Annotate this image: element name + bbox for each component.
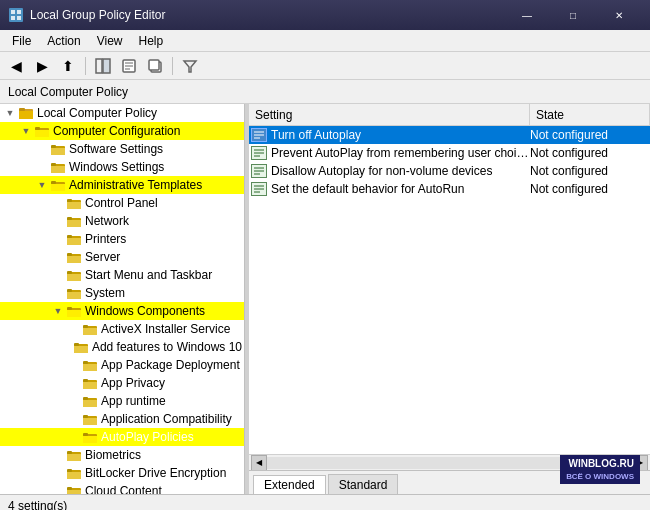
- tree-item-app-package[interactable]: App Package Deployment: [0, 356, 244, 374]
- folder-icon-network: [66, 213, 82, 229]
- tree-item-windows-settings[interactable]: Windows Settings: [0, 158, 244, 176]
- folder-icon-add-features: [73, 339, 89, 355]
- tree-item-system[interactable]: System: [0, 284, 244, 302]
- tree-expand-administrative-templates[interactable]: ▼: [34, 177, 50, 193]
- list-body[interactable]: Turn off AutoplayNot configuredPrevent A…: [249, 126, 650, 454]
- folder-icon-app-runtime: [82, 393, 98, 409]
- svg-rect-57: [83, 364, 97, 371]
- svg-rect-33: [67, 220, 81, 227]
- app-icon: [8, 7, 24, 23]
- column-setting[interactable]: Setting: [249, 104, 530, 125]
- menu-file[interactable]: File: [4, 32, 39, 50]
- tree-item-cloud-content[interactable]: Cloud Content: [0, 482, 244, 494]
- folder-icon-biometrics: [66, 447, 82, 463]
- tree-item-autoplay-policies[interactable]: AutoPlay Policies: [0, 428, 244, 446]
- svg-rect-75: [67, 472, 81, 479]
- list-row-default-autorun[interactable]: Set the default behavior for AutoRunNot …: [249, 180, 650, 198]
- tab-standard[interactable]: Standard: [328, 474, 399, 494]
- folder-icon-local-computer-policy: [18, 105, 34, 121]
- tree-label-computer-configuration: Computer Configuration: [53, 124, 180, 138]
- tree-label-local-computer-policy: Local Computer Policy: [37, 106, 157, 120]
- svg-rect-60: [83, 382, 97, 389]
- svg-rect-79: [67, 487, 72, 490]
- tree-label-start-menu: Start Menu and Taskbar: [85, 268, 212, 282]
- filter-button[interactable]: [178, 55, 202, 77]
- close-button[interactable]: ✕: [596, 0, 642, 30]
- tree-label-system: System: [85, 286, 125, 300]
- tree-item-add-features[interactable]: Add features to Windows 10: [0, 338, 244, 356]
- tree-item-control-panel[interactable]: Control Panel: [0, 194, 244, 212]
- list-header: Setting State: [249, 104, 650, 126]
- minimize-button[interactable]: —: [504, 0, 550, 30]
- tree-expand-computer-configuration[interactable]: ▼: [18, 123, 34, 139]
- statusbar: 4 setting(s): [0, 494, 650, 510]
- menu-view[interactable]: View: [89, 32, 131, 50]
- tree-item-app-compat[interactable]: Application Compatibility: [0, 410, 244, 428]
- svg-rect-76: [67, 469, 72, 472]
- tree-label-printers: Printers: [85, 232, 126, 246]
- tree-item-server[interactable]: Server: [0, 248, 244, 266]
- svg-rect-21: [51, 148, 65, 155]
- list-row-prevent-autoplay[interactable]: Prevent AutoPlay from remembering user c…: [249, 144, 650, 162]
- status-text: 4 setting(s): [8, 499, 67, 511]
- tree-panel[interactable]: ▼Local Computer Policy▼Computer Configur…: [0, 104, 245, 494]
- svg-marker-13: [184, 61, 196, 72]
- hscroll-left-btn[interactable]: ◀: [251, 455, 267, 471]
- tree-item-biometrics[interactable]: Biometrics: [0, 446, 244, 464]
- tree-label-app-runtime: App runtime: [101, 394, 166, 408]
- folder-icon-control-panel: [66, 195, 82, 211]
- folder-icon-autoplay-policies: [82, 429, 98, 445]
- tree-item-local-computer-policy[interactable]: ▼Local Computer Policy: [0, 104, 244, 122]
- tree-item-network[interactable]: Network: [0, 212, 244, 230]
- tree-item-activex[interactable]: ActiveX Installer Service: [0, 320, 244, 338]
- tree-expand-local-computer-policy[interactable]: ▼: [2, 105, 18, 121]
- tree-item-computer-configuration[interactable]: ▼Computer Configuration: [0, 122, 244, 140]
- tree-item-printers[interactable]: Printers: [0, 230, 244, 248]
- list-row-disallow-autoplay[interactable]: Disallow Autoplay for non-volume devices…: [249, 162, 650, 180]
- svg-rect-28: [51, 181, 56, 184]
- svg-rect-31: [67, 199, 72, 202]
- window-title: Local Group Policy Editor: [30, 8, 504, 22]
- tree-item-app-privacy[interactable]: App Privacy: [0, 374, 244, 392]
- setting-icon-disallow-autoplay: [249, 162, 269, 180]
- show-hide-button[interactable]: [91, 55, 115, 77]
- setting-state-prevent-autoplay: Not configured: [530, 146, 650, 160]
- tree-expand-windows-components[interactable]: ▼: [50, 303, 66, 319]
- tree-item-app-runtime[interactable]: App runtime: [0, 392, 244, 410]
- folder-icon-app-privacy: [82, 375, 98, 391]
- svg-rect-39: [67, 256, 81, 263]
- tree-label-software-settings: Software Settings: [69, 142, 163, 156]
- svg-rect-2: [17, 10, 21, 14]
- tab-extended[interactable]: Extended: [253, 475, 326, 494]
- menu-action[interactable]: Action: [39, 32, 88, 50]
- svg-rect-34: [67, 217, 72, 220]
- setting-icon-prevent-autoplay: [249, 144, 269, 162]
- back-button[interactable]: ◀: [4, 55, 28, 77]
- svg-rect-43: [67, 271, 72, 274]
- svg-rect-78: [67, 490, 81, 494]
- menu-help[interactable]: Help: [131, 32, 172, 50]
- new-window-button[interactable]: [143, 55, 167, 77]
- properties-button[interactable]: [117, 55, 141, 77]
- svg-rect-54: [74, 346, 88, 353]
- maximize-button[interactable]: □: [550, 0, 596, 30]
- tree-item-administrative-templates[interactable]: ▼Administrative Templates: [0, 176, 244, 194]
- forward-button[interactable]: ▶: [30, 55, 54, 77]
- folder-icon-start-menu: [66, 267, 82, 283]
- folder-icon-activex: [82, 321, 98, 337]
- svg-rect-48: [67, 310, 81, 317]
- svg-rect-58: [83, 361, 88, 364]
- list-row-turn-off-autoplay[interactable]: Turn off AutoplayNot configured: [249, 126, 650, 144]
- tree-item-windows-components[interactable]: ▼Windows Components: [0, 302, 244, 320]
- column-state[interactable]: State: [530, 104, 650, 125]
- svg-rect-16: [19, 108, 25, 111]
- breadcrumb-bar: Local Computer Policy: [0, 80, 650, 104]
- tree-item-bitlocker[interactable]: BitLocker Drive Encryption: [0, 464, 244, 482]
- tree-item-start-menu[interactable]: Start Menu and Taskbar: [0, 266, 244, 284]
- tree-item-software-settings[interactable]: Software Settings: [0, 140, 244, 158]
- svg-rect-55: [74, 343, 79, 346]
- svg-rect-42: [67, 274, 81, 281]
- up-button[interactable]: ⬆: [56, 55, 80, 77]
- svg-rect-6: [103, 59, 110, 73]
- toolbar-sep-2: [172, 57, 173, 75]
